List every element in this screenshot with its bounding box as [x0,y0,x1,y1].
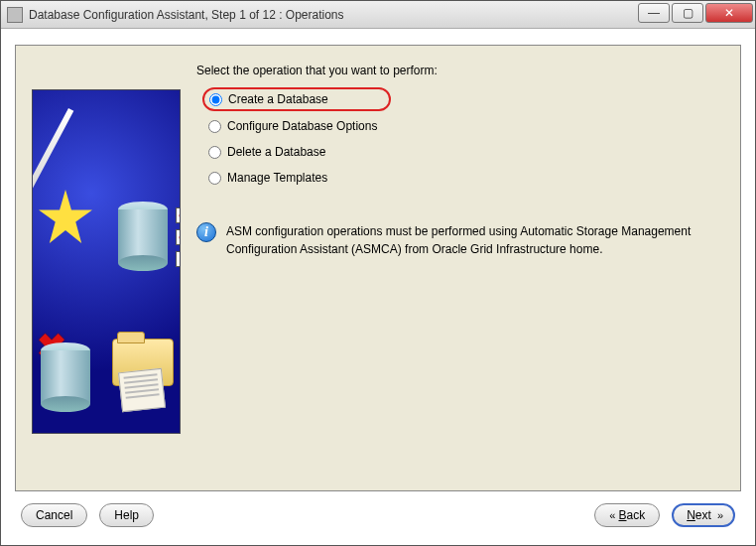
prompt-text: Select the operation that you want to pe… [196,64,724,77]
checkbox-icon [176,207,181,223]
close-button[interactable]: ✕ [705,3,753,23]
cancel-button[interactable]: Cancel [21,503,87,527]
titlebar[interactable]: Database Configuration Assistant, Step 1… [1,1,755,29]
operation-options: Create a Database Configure Database Opt… [202,87,724,189]
window: Database Configuration Assistant, Step 1… [0,0,756,546]
option-label: Configure Database Options [227,119,377,133]
info-text: ASM configuration operations must be per… [226,222,716,258]
wizard-footer: Cancel Help « Back Next » [15,491,741,539]
button-label: ack [627,508,646,522]
option-manage-templates[interactable]: Manage Templates [202,167,724,189]
star-icon [39,190,92,243]
button-label: Help [114,508,139,522]
maximize-button[interactable]: ▢ [672,3,703,23]
wizard-main: Select the operation that you want to pe… [196,58,724,478]
option-manage-templates-radio[interactable] [208,172,221,185]
window-controls: — ▢ ✕ [638,1,755,28]
help-button[interactable]: Help [99,503,154,527]
checkbox-icon [176,229,181,245]
button-label: ext [695,508,711,522]
wizard-panel: ✖ Select the operation that you want to … [15,45,741,491]
minimize-button[interactable]: — [638,3,670,23]
content-area: ✖ Select the operation that you want to … [1,29,755,545]
option-create-database[interactable]: Create a Database [202,87,391,111]
option-label: Manage Templates [227,171,327,185]
option-configure-database-radio[interactable] [208,120,221,133]
info-area: i ASM configuration operations must be p… [196,222,724,258]
next-button[interactable]: Next » [672,503,735,527]
chevron-left-icon: « [609,509,612,521]
option-label: Delete a Database [227,145,325,159]
option-configure-database[interactable]: Configure Database Options [202,115,724,137]
info-icon: i [196,222,216,242]
chevron-right-icon: » [717,509,720,521]
database-cylinder-icon [41,350,90,404]
papers-icon [118,368,166,412]
option-delete-database[interactable]: Delete a Database [202,141,724,163]
option-delete-database-radio[interactable] [208,146,221,159]
checkbox-icon [176,251,181,267]
window-title: Database Configuration Assistant, Step 1… [29,8,638,22]
wizard-side-graphic: ✖ [32,89,181,434]
app-icon [7,7,23,23]
option-label: Create a Database [228,92,328,106]
button-label: Cancel [36,508,72,522]
option-create-database-radio[interactable] [209,93,222,106]
back-button[interactable]: « Back [594,503,660,527]
database-cylinder-icon [118,209,168,263]
